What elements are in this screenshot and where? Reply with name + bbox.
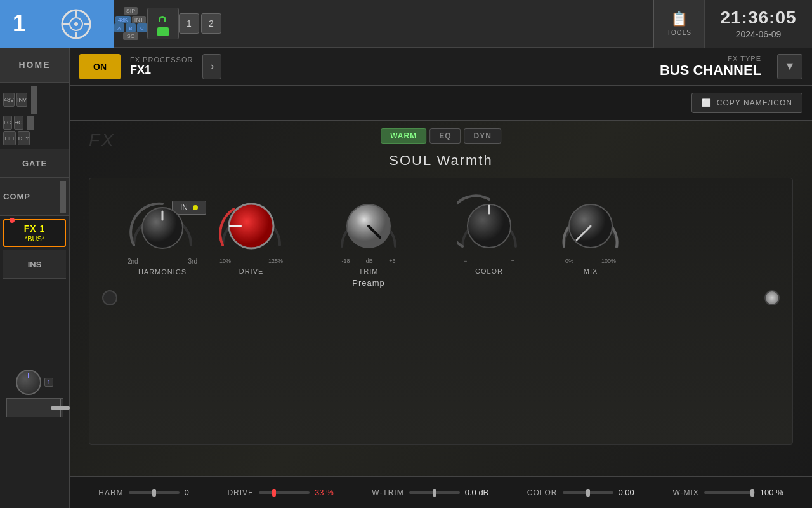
trim-label: TRIM	[359, 267, 379, 275]
fx1-active-dot	[10, 218, 15, 223]
trim-scale: -18 dB +6	[342, 258, 396, 264]
drive-value: 33 %	[315, 488, 334, 497]
plugin-title: SOUL Warmth	[389, 152, 492, 169]
dot-left	[102, 290, 117, 305]
tab-warm[interactable]: WARM	[381, 128, 426, 144]
mix-label: MIX	[584, 267, 598, 275]
drive-knob-svg[interactable]	[216, 191, 286, 255]
color-thumb	[586, 489, 590, 497]
btn-hc[interactable]: HC	[14, 116, 23, 130]
fx-type-label: FX TYPE	[728, 55, 761, 62]
btn-48v[interactable]: 48V	[3, 93, 15, 107]
ctrl-fader-2[interactable]	[27, 116, 34, 130]
mix-knob-svg[interactable]	[559, 194, 622, 255]
color-group: − + COLOR	[457, 194, 521, 275]
rate-block: 48K INT A B C SC	[114, 16, 147, 40]
harm-slider[interactable]	[129, 491, 180, 494]
drive-slider[interactable]	[259, 491, 310, 494]
sip-block: SIP 48K INT A B C SC	[114, 7, 147, 40]
color-knob-svg[interactable]	[457, 194, 521, 255]
wtrim-value: 0.0 dB	[465, 488, 489, 497]
mix-min: 0%	[565, 258, 573, 264]
harm-thumb	[152, 489, 156, 497]
right-content: ON FX PROCESSOR FX1 › FX TYPE BUS CHANNE…	[70, 48, 812, 508]
sip-label: SIP	[124, 7, 138, 15]
clock-time: 21:36:05	[720, 8, 796, 28]
trim-mid: dB	[366, 258, 373, 264]
fx-type-info: FX TYPE BUS CHANNEL	[660, 55, 761, 79]
copy-name-bar: ⬜ COPY NAME/ICON	[70, 86, 812, 121]
wmix-value: 100 %	[760, 488, 783, 497]
tools-block[interactable]: 📋 TOOLS	[653, 0, 704, 48]
fx1-block[interactable]: FX 1 *BUS*	[3, 219, 66, 247]
mix-range: 0% 100%	[565, 258, 616, 264]
color-slider[interactable]	[563, 491, 613, 494]
on-button[interactable]: ON	[79, 54, 121, 79]
ins-button[interactable]: INS	[3, 250, 66, 279]
drive-range: 10% 125%	[219, 258, 283, 264]
ctrl-row-3: TILT DLY	[3, 131, 30, 145]
btn-lc[interactable]: LC	[3, 116, 12, 130]
param-wmix: W-MIX 100 %	[672, 488, 783, 497]
comp-label: COMP	[3, 192, 30, 201]
ctrl-row-2: LC HC	[3, 116, 23, 130]
btn-dly[interactable]: DLY	[18, 131, 30, 145]
drive-max: 125%	[268, 258, 283, 264]
int-badge: INT	[132, 16, 147, 23]
rate-badge: 48K	[115, 16, 131, 23]
color-value: 0.00	[619, 488, 634, 497]
ctrl-row-1: 48V INV	[3, 93, 27, 107]
num-btn-2[interactable]: 2	[201, 13, 221, 34]
color-max: +	[511, 258, 514, 264]
fx-proc-info: FX PROCESSOR FX1	[130, 56, 193, 77]
mix-max: 100%	[601, 258, 616, 264]
mini-knob-left[interactable]	[16, 370, 41, 395]
drive-min: 10%	[219, 258, 231, 264]
gate-button[interactable]: GATE	[0, 149, 69, 178]
btn-tilt[interactable]: TILT	[3, 131, 16, 145]
wmix-thumb	[750, 489, 754, 497]
wtrim-slider[interactable]	[409, 491, 460, 494]
ctrl-fader-1[interactable]	[31, 86, 37, 114]
wtrim-thumb	[433, 489, 436, 497]
sip-info: 48K INT A B C SC	[114, 16, 147, 40]
harmonics-knob-svg[interactable]	[128, 197, 197, 255]
trim-knob-svg[interactable]	[337, 194, 400, 255]
drive-thumb	[272, 489, 276, 497]
mini-knob-left-indicator	[28, 373, 29, 378]
param-drive: DRIVE 33 %	[227, 488, 333, 497]
abc-c[interactable]: C	[137, 23, 147, 32]
copy-name-button[interactable]: ⬜ COPY NAME/ICON	[691, 93, 802, 113]
color-label: COLOR	[475, 267, 503, 275]
fx-type-dropdown[interactable]: ▼	[777, 54, 802, 79]
fx-processor-label: FX PROCESSOR	[130, 56, 193, 64]
fx-processor-name: FX1	[130, 64, 193, 77]
tab-eq[interactable]: EQ	[429, 128, 461, 144]
btn-inv[interactable]: INV	[16, 93, 27, 107]
num-buttons: 1 2	[179, 13, 221, 34]
color-min: −	[464, 258, 467, 264]
trim-max: +6	[389, 258, 395, 264]
main-area: HOME 48V INV LC HC TILT DLY	[0, 48, 812, 508]
tab-dyn[interactable]: DYN	[464, 128, 501, 144]
lock-icon-block[interactable]	[147, 8, 179, 39]
abc-a[interactable]: A	[114, 23, 124, 32]
channel-number[interactable]: 1	[0, 0, 38, 48]
trim-group: -18 dB +6 TRIM Preamp	[337, 194, 400, 288]
wmix-slider[interactable]	[704, 491, 755, 494]
wtrim-label: W-TRIM	[372, 488, 403, 497]
num-btn-1[interactable]: 1	[179, 13, 199, 34]
clock-block: 21:36:05 2024-06-09	[704, 0, 812, 48]
fx-arrow-button[interactable]: ›	[202, 54, 221, 79]
tools-label: TOOLS	[667, 29, 691, 36]
copy-name-label: COPY NAME/ICON	[717, 98, 792, 107]
home-button[interactable]: HOME	[0, 48, 69, 83]
harmonics-2nd: 2nd	[128, 258, 138, 265]
fader-mini[interactable]	[6, 398, 63, 417]
preamp-label: Preamp	[352, 278, 385, 288]
left-sidebar: HOME 48V INV LC HC TILT DLY	[0, 48, 70, 508]
bottom-bar: HARM 0 DRIVE 33 % W-TRIM 0.0 dB	[70, 476, 812, 508]
fx1-label: FX 1	[24, 224, 46, 234]
clock-date: 2024-06-09	[736, 29, 782, 39]
abc-b[interactable]: B	[126, 23, 136, 32]
